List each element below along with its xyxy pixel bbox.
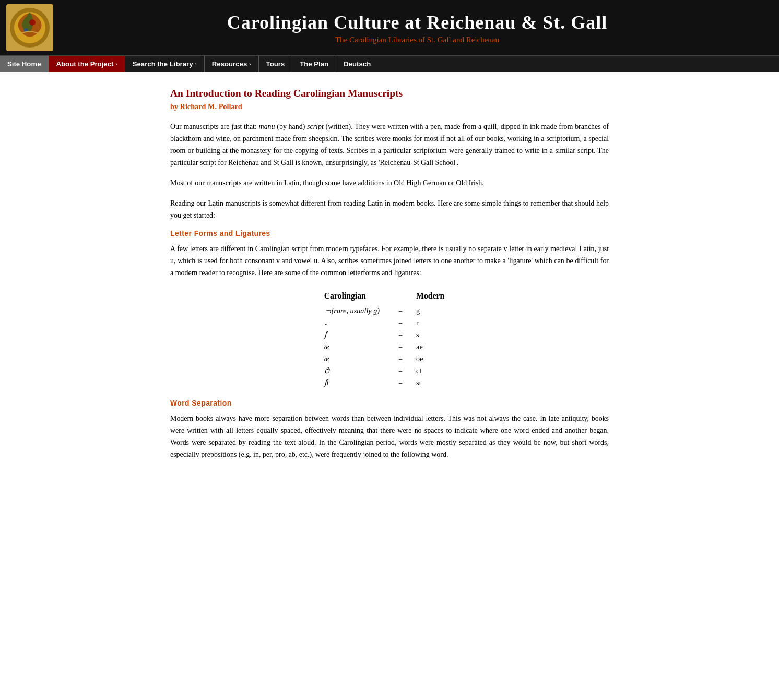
section1-text: A few letters are different in Carolingi… <box>170 243 609 279</box>
modern-st: st <box>411 377 460 389</box>
nav-arrow-about: › <box>115 61 117 67</box>
carolingian-r: 𝅑 <box>319 317 390 329</box>
carolingian-g: 𝈹(rare, usually g) <box>319 305 390 317</box>
nav-deutsch[interactable]: Deutsch <box>336 56 378 72</box>
nav-site-home[interactable]: Site Home <box>0 56 49 72</box>
intro-paragraph-1: Our manuscripts are just that: manu (by … <box>170 121 609 169</box>
site-title: Carolingian Culture at Reichenau & St. G… <box>62 11 773 33</box>
modern-g: g <box>411 305 460 317</box>
nav-search-library[interactable]: Search the Library › <box>125 56 205 72</box>
section1-heading: Letter Forms and Ligatures <box>170 230 609 238</box>
modern-s: s <box>411 329 460 341</box>
carolingian-ct: c̈t <box>319 365 390 377</box>
letterforms-table: Carolingian Modern 𝈹(rare, usually g) = … <box>319 289 461 389</box>
site-title-block: Carolingian Culture at Reichenau & St. G… <box>62 11 773 44</box>
nav-arrow-search: › <box>195 61 197 67</box>
carolingian-oe: œ <box>319 353 390 365</box>
site-header: Carolingian Culture at Reichenau & St. G… <box>0 0 779 55</box>
modern-r: r <box>411 317 460 329</box>
table-row: 𝈹(rare, usually g) = g <box>319 305 461 317</box>
intro-paragraph-3: Reading our Latin manuscripts is somewha… <box>170 197 609 221</box>
nav-arrow-resources: › <box>249 61 251 67</box>
table-header-equals <box>390 289 411 305</box>
carolingian-s: ʃ <box>319 329 390 341</box>
section2-text: Modern books always have more separation… <box>170 412 609 460</box>
site-logo <box>6 4 53 51</box>
table-row: æ = ae <box>319 341 461 353</box>
equals-sign: = <box>390 353 411 365</box>
table-row: c̈t = ct <box>319 365 461 377</box>
table-row: ʃt = st <box>319 377 461 389</box>
equals-sign: = <box>390 377 411 389</box>
page-title: An Introduction to Reading Carolingian M… <box>170 88 609 99</box>
main-nav: Site Home About the Project › Search the… <box>0 55 779 72</box>
modern-ae: ae <box>411 341 460 353</box>
carolingian-st: ʃt <box>319 377 390 389</box>
modern-oe: oe <box>411 353 460 365</box>
site-subtitle: The Carolingian Libraries of St. Gall an… <box>62 35 773 44</box>
equals-sign: = <box>390 317 411 329</box>
equals-sign: = <box>390 341 411 353</box>
table-row: ʃ = s <box>319 329 461 341</box>
modern-ct: ct <box>411 365 460 377</box>
table-header-carolingian: Carolingian <box>319 289 390 305</box>
nav-resources[interactable]: Resources › <box>205 56 259 72</box>
equals-sign: = <box>390 329 411 341</box>
nav-tours[interactable]: Tours <box>259 56 293 72</box>
nav-the-plan[interactable]: The Plan <box>292 56 336 72</box>
author-byline: by Richard M. Pollard <box>170 102 609 111</box>
equals-sign: = <box>390 305 411 317</box>
table-row: œ = oe <box>319 353 461 365</box>
equals-sign: = <box>390 365 411 377</box>
table-row: 𝅑 = r <box>319 317 461 329</box>
nav-about-project[interactable]: About the Project › <box>49 56 125 72</box>
section2-heading: Word Separation <box>170 399 609 407</box>
intro-paragraph-2: Most of our manuscripts are written in L… <box>170 177 609 189</box>
table-header-modern: Modern <box>411 289 460 305</box>
svg-point-3 <box>29 19 36 26</box>
main-content: An Introduction to Reading Carolingian M… <box>139 72 640 490</box>
carolingian-ae: æ <box>319 341 390 353</box>
